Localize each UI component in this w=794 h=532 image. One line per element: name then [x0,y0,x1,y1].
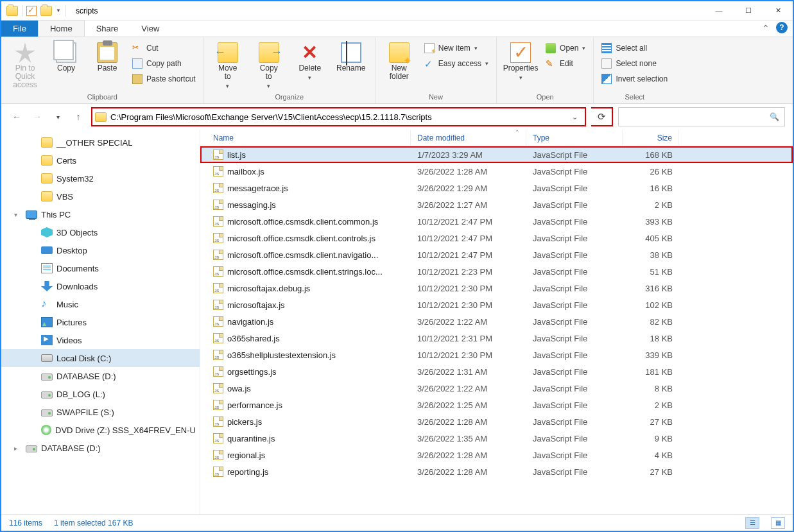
file-row[interactable]: messaging.js3/26/2022 1:27 AMJavaScript … [200,196,793,213]
details-view-button[interactable]: ☰ [745,517,759,529]
forward-button[interactable]: → [30,109,45,124]
file-size: 18 KB [623,334,679,343]
tree-item[interactable]: 3D Objects [1,223,200,241]
copy-to-icon: → [259,42,279,63]
select-all-button[interactable]: Select all [599,41,670,55]
file-row[interactable]: navigation.js3/26/2022 1:22 AMJavaScript… [200,313,793,330]
rename-button[interactable]: Rename [332,40,370,73]
column-name[interactable]: Name [207,130,411,146]
tree-item[interactable]: DB_LOG (L:) [1,385,200,403]
tree-item[interactable]: DATABASE (D:) [1,367,200,385]
close-button[interactable]: ✕ [763,1,793,21]
file-row[interactable]: quarantine.js3/26/2022 1:35 AMJavaScript… [200,430,793,447]
select-none-button[interactable]: Select none [599,56,670,71]
file-row[interactable]: list.js1/7/2023 3:29 AMJavaScript File16… [200,146,793,163]
expand-icon[interactable]: ▸ [14,445,22,452]
file-row[interactable]: o365shellplustestextension.js10/12/2021 … [200,347,793,363]
file-row[interactable]: regional.js3/26/2022 1:28 AMJavaScript F… [200,447,793,463]
move-to-button[interactable]: ←Move to▾ [209,40,246,90]
copy-to-button[interactable]: →Copy to▾ [250,40,288,90]
file-row[interactable]: owa.js3/26/2022 1:22 AMJavaScript File8 … [200,380,793,397]
open-button[interactable]: Open ▾ [543,41,588,55]
qat-properties-icon[interactable] [26,6,37,16]
back-button[interactable]: ← [9,109,24,124]
file-row[interactable]: reporting.js3/26/2022 1:28 AMJavaScript … [200,463,793,480]
tab-share[interactable]: Share [85,21,130,37]
js-file-icon [213,433,223,443]
cut-button[interactable]: ✂Cut [130,41,198,55]
paste-button[interactable]: Paste [89,40,126,73]
file-row[interactable]: microsoft.office.csmsdk.client.common.js… [200,213,793,230]
invert-selection-button[interactable]: Invert selection [599,72,670,86]
address-dropdown-icon[interactable]: ⌄ [567,113,582,121]
group-label-select: Select [599,91,670,103]
help-icon[interactable]: ? [776,22,788,33]
column-type[interactable]: Type [526,130,623,146]
separator [65,5,65,17]
tree-item[interactable]: ▸DATABASE (D:) [1,439,200,457]
address-bar[interactable]: ⌄ [91,107,586,126]
tree-item[interactable]: Desktop [1,241,200,259]
properties-button[interactable]: ✓Properties▾ [502,40,539,82]
new-folder-button[interactable]: ✦New folder [381,40,418,81]
file-row[interactable]: microsoftajax.debug.js10/12/2021 2:30 PM… [200,280,793,296]
minimize-button[interactable]: — [704,1,734,21]
tree-item[interactable]: System32 [1,169,200,187]
tree-item[interactable]: Pictures [1,313,200,331]
status-selection: 1 item selected 167 KB [54,519,133,528]
file-row[interactable]: orgsettings.js3/26/2022 1:31 AMJavaScrip… [200,363,793,380]
file-row[interactable]: pickers.js3/26/2022 1:28 AMJavaScript Fi… [200,413,793,430]
address-input[interactable] [110,108,563,125]
navigation-tree[interactable]: __OTHER SPECIALCertsSystem32VBS▾This PC3… [1,130,200,514]
column-date-modified[interactable]: Date modified [411,130,526,146]
tree-item[interactable]: Local Disk (C:) [1,349,200,367]
large-icons-view-button[interactable]: ▦ [771,517,785,529]
qat-customize-icon[interactable]: ▼ [56,8,61,13]
collapse-ribbon-icon[interactable]: ⌃ [762,23,770,33]
edit-button[interactable]: ✎Edit [543,56,588,71]
file-row[interactable]: microsoft.office.csmsdk.client.navigatio… [200,246,793,263]
new-item-button[interactable]: ✦New item ▾ [422,41,491,55]
group-new: ✦New folder ✦New item ▾ ✓Easy access ▾ N… [375,37,497,103]
tab-view[interactable]: View [130,21,171,37]
tree-item[interactable]: DVD Drive (Z:) SSS_X64FREV_EN-U [1,421,200,439]
file-name: owa.js [227,384,251,393]
recent-locations-button[interactable]: ▾ [50,109,65,124]
file-row[interactable]: performance.js3/26/2022 1:25 AMJavaScrip… [200,397,793,413]
file-row[interactable]: microsoft.office.csmsdk.client.strings.l… [200,263,793,280]
refresh-button[interactable]: ⟳ [591,107,613,126]
tab-home[interactable]: Home [38,20,85,37]
copy-path-button[interactable]: Copy path [130,56,198,71]
file-row[interactable]: o365shared.js10/12/2021 2:31 PMJavaScrip… [200,330,793,347]
tree-item[interactable]: __OTHER SPECIAL [1,133,200,151]
paste-shortcut-button[interactable]: Paste shortcut [130,72,198,86]
tree-item[interactable]: Videos [1,331,200,349]
paste-icon [97,42,117,63]
column-size[interactable]: Size [623,130,679,146]
file-row[interactable]: messagetrace.js3/26/2022 1:29 AMJavaScri… [200,180,793,196]
file-size: 2 KB [623,400,679,410]
tab-file[interactable]: File [1,21,38,37]
tree-item[interactable]: Certs [1,151,200,169]
qat-newfolder-icon[interactable] [40,6,52,16]
up-button[interactable]: ↑ [71,109,86,124]
file-row[interactable]: microsoftajax.js10/12/2021 2:30 PMJavaSc… [200,296,793,313]
search-box[interactable]: 🔍 [618,107,785,126]
tree-item[interactable]: Documents [1,259,200,277]
copy-button[interactable]: Copy [47,40,85,73]
file-list[interactable]: list.js1/7/2023 3:29 AMJavaScript File16… [200,146,793,514]
file-size: 16 KB [623,184,679,193]
tree-item[interactable]: ♪Music [1,295,200,313]
delete-button[interactable]: ✕Delete▾ [291,40,329,82]
tree-item[interactable]: SWAPFILE (S:) [1,403,200,421]
tree-item[interactable]: Downloads [1,277,200,295]
easy-access-button[interactable]: ✓Easy access ▾ [422,56,491,71]
expand-icon[interactable]: ▾ [14,211,22,218]
group-label-clipboard: Clipboard [6,91,198,103]
pin-to-quick-access-button[interactable]: Pin to Quick access [6,40,44,89]
tree-item[interactable]: ▾This PC [1,205,200,223]
maximize-button[interactable]: ☐ [734,1,763,21]
tree-item[interactable]: VBS [1,187,200,205]
file-row[interactable]: microsoft.office.csmsdk.client.controls.… [200,230,793,246]
file-row[interactable]: mailbox.js3/26/2022 1:28 AMJavaScript Fi… [200,163,793,180]
